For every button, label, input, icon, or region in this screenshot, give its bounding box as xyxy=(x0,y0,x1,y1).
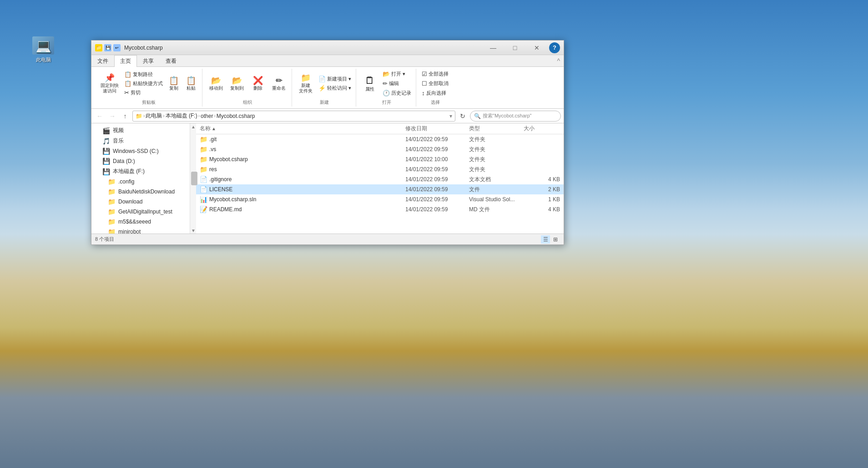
ribbon-group-clipboard: 📌 固定到快速访问 📋 复制路径 📋 粘贴快捷方式 ✂ 剪切 xyxy=(95,69,202,107)
history-button[interactable]: 🕐 历史记录 xyxy=(381,89,413,97)
copy-to-button[interactable]: 📂 复制到 xyxy=(227,75,247,92)
copy-icon: 📋 xyxy=(169,76,179,85)
invert-icon: ↕ xyxy=(422,90,425,97)
nav-scroll-up[interactable]: ▲ xyxy=(190,123,197,130)
breadcrumb-other: other xyxy=(201,113,213,119)
baidunetdisk-folder-icon: 📁 xyxy=(108,188,116,195)
sidebar-item-download[interactable]: 📁 Download xyxy=(91,197,196,207)
ribbon-group-select: ☑ 全部选择 ☐ 全部取消 ↕ 反向选择 选择 xyxy=(417,69,453,107)
ribbon-group-open: 🗒 属性 📂 打开 ▾ ✏ 编辑 🕐 历史记录 xyxy=(357,69,416,107)
sidebar-item-music[interactable]: 🎵 音乐 xyxy=(91,136,196,146)
back-button[interactable]: ← xyxy=(94,111,105,122)
easy-access-icon: ⚡ xyxy=(318,85,326,92)
sidebar-item-baidunetdisk[interactable]: 📁 BaiduNetdiskDownload xyxy=(91,187,196,197)
rename-button[interactable]: ✏ 重命名 xyxy=(269,75,289,92)
sidebar-item-data-d[interactable]: 💾 Data (D:) xyxy=(91,156,196,166)
sidebar-item-videos[interactable]: 🎬 视频 xyxy=(91,125,196,136)
properties-button[interactable]: 🗒 属性 xyxy=(360,74,380,93)
file-row-mycobot-folder[interactable]: 📁 Mycobot.csharp 14/01/2022 10:00 文件夹 xyxy=(196,154,564,164)
window-title: Mycobot.csharp xyxy=(124,45,483,51)
history-icon: 🕐 xyxy=(383,90,390,97)
col-header-type[interactable]: 类型 xyxy=(469,125,524,132)
cut-icon: ✂ xyxy=(124,89,129,96)
paste-button[interactable]: 📋 粘贴 xyxy=(183,75,199,92)
pin-button[interactable]: 📌 固定到快速访问 xyxy=(98,72,121,95)
sidebar-item-getalldigital[interactable]: 📁 GetAllDigitalInput_test xyxy=(91,207,196,217)
clipboard-label: 剪贴板 xyxy=(142,98,156,107)
search-bar[interactable]: 🔍 搜索"Mycobot.csharp" xyxy=(470,111,561,122)
open-button[interactable]: 📂 打开 ▾ xyxy=(381,70,413,78)
edit-button[interactable]: ✏ 编辑 xyxy=(381,79,413,88)
pin-icon: 📌 xyxy=(105,74,115,82)
col-header-name[interactable]: 名称 ▲ xyxy=(200,125,405,132)
tab-home[interactable]: 主页 xyxy=(114,55,137,67)
select-label: 选择 xyxy=(431,98,440,107)
drive-c-icon: 💾 xyxy=(102,148,110,155)
close-button[interactable]: ✕ xyxy=(526,42,547,53)
breadcrumb-drive: 本地磁盘 (F:) xyxy=(166,112,197,120)
sidebar-item-m58seeed[interactable]: 📁 m5$&&seeed xyxy=(91,217,196,227)
breadcrumb-computer: 📁 xyxy=(136,113,142,119)
minimize-button[interactable]: — xyxy=(483,42,504,53)
file-row-vs[interactable]: 📁 .vs 14/01/2022 09:59 文件夹 xyxy=(196,144,564,154)
breadcrumb: 📁 › 此电脑 › 本地磁盘 (F:) › other › Mycobot.cs… xyxy=(136,112,255,120)
git-folder-icon: 📁 xyxy=(200,136,207,143)
new-folder-button[interactable]: 📁 新建文件夹 xyxy=(296,72,316,95)
gitignore-file-icon: 📄 xyxy=(200,176,207,183)
desktop-icon-computer[interactable]: 💻 此电脑 xyxy=(27,36,59,63)
tab-view[interactable]: 查看 xyxy=(160,55,182,67)
copy-path-button[interactable]: 📋 复制路径 xyxy=(122,70,165,79)
file-pane: 名称 ▲ 修改日期 类型 大小 📁 .git 14/01/2022 0 xyxy=(196,123,564,234)
folder-icon-title: 📁 xyxy=(95,44,102,51)
sidebar-item-local-f[interactable]: 💾 本地磁盘 (F:) xyxy=(91,166,196,177)
col-header-date[interactable]: 修改日期 xyxy=(405,125,469,132)
file-row-sln[interactable]: 📊 Mycobot.csharp.sln 14/01/2022 09:59 Vi… xyxy=(196,194,564,204)
save-icon-title: 💾 xyxy=(104,44,111,51)
col-header-size[interactable]: 大小 xyxy=(524,125,560,132)
refresh-button[interactable]: ↻ xyxy=(457,111,468,122)
readme-file-icon: 📝 xyxy=(200,206,207,213)
file-row-readme[interactable]: 📝 README.md 14/01/2022 09:59 MD 文件 4 KB xyxy=(196,204,564,214)
copy-button[interactable]: 📋 复制 xyxy=(166,75,182,92)
cut-button[interactable]: ✂ 剪切 xyxy=(122,88,165,97)
download-folder-icon: 📁 xyxy=(108,198,116,205)
music-icon: 🎵 xyxy=(102,137,110,145)
open-label: 打开 xyxy=(382,98,391,107)
help-button[interactable]: ? xyxy=(549,42,560,53)
easy-access-button[interactable]: ⚡ 轻松访问 ▾ xyxy=(317,84,353,92)
nav-scroll-thumb[interactable] xyxy=(191,172,197,185)
sidebar-item-windows-ssd[interactable]: 💾 Windows-SSD (C:) xyxy=(91,146,196,156)
file-list: 📁 .git 14/01/2022 09:59 文件夹 📁 .vs 14/01/… xyxy=(196,134,564,234)
delete-button[interactable]: ❌ 删除 xyxy=(248,75,268,92)
maximize-button[interactable]: □ xyxy=(505,42,525,53)
detail-view-button[interactable]: ☰ xyxy=(541,235,550,244)
copy-to-icon: 📂 xyxy=(232,76,242,85)
forward-button[interactable]: → xyxy=(107,111,118,122)
tab-share[interactable]: 共享 xyxy=(137,55,160,67)
move-to-button[interactable]: 📂 移动到 xyxy=(206,75,226,92)
file-row-gitignore[interactable]: 📄 .gitignore 14/01/2022 09:59 文本文档 4 KB xyxy=(196,174,564,184)
ribbon-collapse-button[interactable]: ^ xyxy=(553,55,564,66)
tab-file[interactable]: 文件 xyxy=(91,55,114,67)
paste-shortcut-button[interactable]: 📋 粘贴快捷方式 xyxy=(122,79,165,88)
breadcrumb-current: Mycobot.csharp xyxy=(217,113,255,119)
sidebar-item-config[interactable]: 📁 .config xyxy=(91,177,196,187)
new-folder-icon: 📁 xyxy=(301,74,311,82)
delete-icon: ❌ xyxy=(253,76,263,85)
select-all-button[interactable]: ☑ 全部选择 xyxy=(420,70,450,78)
address-bar[interactable]: 📁 › 此电脑 › 本地磁盘 (F:) › other › Mycobot.cs… xyxy=(132,111,455,122)
new-item-button[interactable]: 📄 新建项目 ▾ xyxy=(317,75,353,83)
address-dropdown-icon[interactable]: ▾ xyxy=(449,113,452,119)
deselect-all-button[interactable]: ☐ 全部取消 xyxy=(420,79,450,88)
nav-scroll-down[interactable]: ▼ xyxy=(190,227,197,234)
computer-icon: 💻 xyxy=(32,36,54,55)
sidebar-item-minirobot[interactable]: 📁 minirobot xyxy=(91,227,196,234)
invert-select-button[interactable]: ↕ 反向选择 xyxy=(420,89,450,97)
open-icon: 📂 xyxy=(383,71,390,77)
paste-icon: 📋 xyxy=(186,76,196,85)
file-row-git[interactable]: 📁 .git 14/01/2022 09:59 文件夹 xyxy=(196,134,564,144)
up-button[interactable]: ↑ xyxy=(120,111,131,122)
file-row-res[interactable]: 📁 res 14/01/2022 09:59 文件夹 xyxy=(196,164,564,174)
file-row-license[interactable]: 📄 LICENSE 14/01/2022 09:59 文件 2 KB xyxy=(196,184,564,194)
large-icon-view-button[interactable]: ⊞ xyxy=(551,235,560,244)
